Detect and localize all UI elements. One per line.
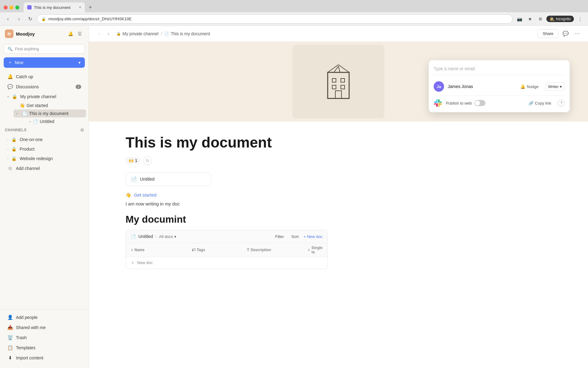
- plus-icon: ＋: [8, 60, 12, 65]
- share-input[interactable]: [434, 65, 565, 75]
- table-title: 📄 Untitled / All docs ▾: [131, 234, 176, 239]
- tags-col-icon: 🏷: [192, 248, 195, 252]
- svg-line-8: [338, 66, 340, 72]
- import-content-label: Import content: [16, 355, 43, 360]
- doc-title: This is my document: [126, 134, 328, 151]
- browser-tab[interactable]: This is my document ×: [24, 2, 85, 12]
- breadcrumb-doc-icon: 📄: [164, 32, 169, 36]
- search-box[interactable]: 🔍 Find anything: [4, 44, 85, 54]
- refresh-button[interactable]: ↻: [26, 15, 34, 23]
- sidebar-item-import-content[interactable]: ⬇ Import content: [2, 353, 86, 363]
- add-channel-icon: ⊞: [7, 166, 13, 171]
- sidebar-item-add-people[interactable]: 👤 Add people: [2, 312, 86, 322]
- sidebar-item-add-channel[interactable]: ⊞ Add channel: [2, 163, 86, 173]
- section-link[interactable]: 👋 Get started: [126, 192, 328, 198]
- lock-icon: 🔒: [11, 147, 17, 151]
- one-on-one-label: One-on-one: [20, 137, 43, 142]
- copy-link-label: Copy link: [535, 101, 551, 105]
- linked-doc-icon: 📄: [131, 176, 137, 182]
- lock-channel-icon: 🔒: [12, 94, 17, 99]
- publish-toggle[interactable]: [474, 100, 485, 106]
- new-button[interactable]: ＋ New ▾: [4, 57, 85, 68]
- top-bar-actions: Share 💬 ⋯: [537, 29, 582, 38]
- sidebar-item-my-private-channel[interactable]: ▾ 🔒 My private channel: [2, 92, 86, 101]
- website-redesign-label: Website redesign: [20, 156, 53, 161]
- notification-icon[interactable]: 🔔: [66, 30, 74, 38]
- sidebar-item-trash[interactable]: 🗑️ Trash: [2, 333, 86, 343]
- untitled-label: Untitled: [40, 119, 54, 124]
- sidebar-bottom: 👤 Add people 📤 Shared with me 🗑️ Trash 📋…: [0, 309, 89, 368]
- linked-doc-card[interactable]: 📄 Untitled: [126, 172, 211, 186]
- top-bar: ‹ › 🔒 My private channel / 📄 This is my …: [89, 26, 588, 42]
- extension-icon[interactable]: ⊞: [536, 15, 545, 23]
- sidebar-item-templates[interactable]: 📋 Templates: [2, 343, 86, 353]
- svg-rect-0: [328, 72, 349, 98]
- svg-rect-1: [332, 79, 336, 82]
- new-tab-button[interactable]: +: [86, 3, 95, 12]
- address-bar[interactable]: 🔒 moodjoy.slite.com/app/docs/r_DHzUYfHSK…: [37, 14, 513, 24]
- sidebar-item-catch-up[interactable]: 🔔 Catch up: [2, 72, 86, 82]
- tab-close-button[interactable]: ×: [79, 5, 81, 10]
- nav-arrows: ‹ ›: [95, 29, 113, 38]
- help-icon[interactable]: ?: [558, 100, 565, 106]
- forward-button[interactable]: ›: [15, 15, 23, 23]
- nav-actions: 📷 ★ ⊞ 🕵 Incognito ⋮: [515, 15, 584, 23]
- more-options-button[interactable]: ⋯: [573, 29, 582, 38]
- camera-icon[interactable]: 📷: [515, 15, 524, 23]
- minimize-dot[interactable]: [9, 6, 13, 10]
- catch-up-label: Catch up: [16, 74, 33, 79]
- maximize-dot[interactable]: [15, 6, 19, 10]
- copy-link-button[interactable]: 🔗 Copy link: [526, 99, 554, 107]
- sidebar-nav: 🔔 Catch up 💬 Discussions 1 ▾ 🔒 My privat…: [0, 70, 89, 307]
- catch-up-icon: 🔔: [7, 74, 13, 79]
- sidebar-item-untitled[interactable]: ● 📄 Untitled: [27, 117, 89, 125]
- search-placeholder: Find anything: [15, 47, 39, 51]
- trash-icon: 🗑️: [7, 335, 13, 340]
- sidebar-header: M Moodjoy 🔔 ☰: [0, 26, 89, 42]
- share-button[interactable]: Share: [537, 29, 559, 38]
- filter-button[interactable]: Filter: [273, 233, 286, 240]
- forward-nav-button[interactable]: ›: [104, 29, 113, 38]
- close-dot[interactable]: [4, 6, 8, 10]
- sidebar-item-get-started[interactable]: 👋 Get started: [11, 102, 89, 109]
- emoji-reaction[interactable]: 🙌 1: [126, 157, 140, 164]
- tab-favicon: [27, 5, 32, 10]
- new-doc-button[interactable]: + New doc: [303, 234, 322, 239]
- share-popover: Ja James Jonas 🔔 Nudge Writer ▾: [429, 60, 570, 112]
- sidebar-item-shared-with-me[interactable]: 📤 Shared with me: [2, 323, 86, 332]
- breadcrumb-lock-icon: 🔒: [116, 32, 121, 36]
- workspace-name: Moodjoy: [16, 31, 64, 36]
- bookmark-icon[interactable]: ★: [526, 15, 534, 23]
- shared-icon: 📤: [7, 325, 13, 330]
- lock-icon: 🔒: [11, 156, 17, 161]
- new-btn-label: New: [15, 60, 23, 65]
- role-button[interactable]: Writer ▾: [545, 82, 565, 91]
- nudge-button[interactable]: 🔔 Nudge: [517, 83, 541, 90]
- sidebar-item-this-is-my-document[interactable]: ▾ 📄 This is my document: [13, 109, 86, 117]
- back-nav-button[interactable]: ‹: [95, 29, 104, 38]
- user-avatar: Ja: [434, 81, 444, 92]
- table-add-row[interactable]: ＋ New doc: [126, 257, 327, 269]
- sidebar-item-product[interactable]: › 🔒 Product: [2, 144, 86, 154]
- add-reaction-button[interactable]: ↻: [143, 156, 152, 165]
- traffic-lights: [4, 6, 19, 10]
- layout-icon[interactable]: ☰: [76, 30, 84, 38]
- back-button[interactable]: ‹: [4, 15, 12, 23]
- sidebar-item-one-on-one[interactable]: › 🔒 One-on-one: [2, 135, 86, 144]
- sidebar-item-website-redesign[interactable]: › 🔒 Website redesign: [2, 154, 86, 163]
- breadcrumb-doc[interactable]: 📄 This is my document: [164, 31, 210, 36]
- breadcrumb: 🔒 My private channel / 📄 This is my docu…: [116, 31, 534, 36]
- my-private-channel-label: My private channel: [20, 94, 56, 99]
- sidebar-item-discussions[interactable]: 💬 Discussions 1: [2, 82, 86, 92]
- incognito-badge: 🕵 Incognito: [546, 16, 574, 22]
- channels-section-label: Channels ⊡: [5, 128, 84, 132]
- publish-label: Publish to web: [446, 101, 472, 105]
- table-view-selector[interactable]: All docs ▾: [159, 234, 176, 239]
- sidebar-search: 🔍 Find anything: [0, 42, 89, 56]
- comment-button[interactable]: 💬: [561, 29, 570, 38]
- sort-button[interactable]: Sort: [289, 233, 301, 240]
- breadcrumb-channel[interactable]: 🔒 My private channel: [116, 31, 159, 36]
- add-people-label: Add people: [16, 315, 38, 320]
- more-button[interactable]: ⋮: [576, 15, 584, 23]
- table-add-row-label: New doc: [137, 260, 153, 265]
